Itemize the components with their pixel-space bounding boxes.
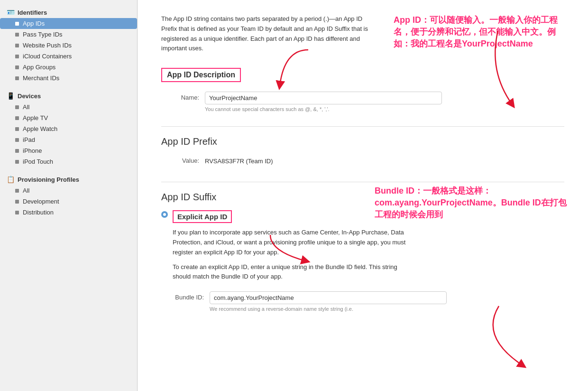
sidebar-item-merchant-ids[interactable]: Merchant IDs xyxy=(0,73,137,84)
main-content: The App ID string contains two parts sep… xyxy=(138,0,588,391)
explicit-radio-row: Explicit App ID xyxy=(161,210,564,223)
explicit-description-text: If you plan to incorporate app services … xyxy=(173,228,410,257)
bullet-icon xyxy=(15,149,19,153)
app-id-suffix-section: App ID Suffix Explicit App ID If you pla… xyxy=(161,182,564,312)
name-row: Name: You cannot use special characters … xyxy=(161,92,564,112)
bundle-input-group: We recommend using a reverse-domain name… xyxy=(210,291,447,312)
sidebar-item-label: iPhone xyxy=(23,147,42,154)
sidebar-item-label: iCloud Containers xyxy=(23,53,72,60)
name-hint: You cannot use special characters such a… xyxy=(205,106,442,112)
explicit-app-id-label: Explicit App ID xyxy=(173,210,232,223)
device-icon: 📱 xyxy=(7,92,15,100)
bullet-icon xyxy=(15,44,19,47)
prefix-value-row: Value: RVSA8S3F7R (Team ID) xyxy=(161,155,564,168)
bullet-icon xyxy=(15,138,19,142)
sidebar-item-label: Pass Type IDs xyxy=(23,31,63,38)
sidebar-item-label: App IDs xyxy=(23,20,45,27)
bullet-icon xyxy=(15,76,19,80)
bullet-icon xyxy=(15,200,19,204)
sidebar-item-app-ids[interactable]: App IDs xyxy=(0,18,137,29)
sidebar-item-ipod-touch[interactable]: iPod Touch xyxy=(0,156,137,167)
sidebar-item-label: Website Push IDs xyxy=(23,42,72,49)
name-input-group: You cannot use special characters such a… xyxy=(205,92,442,112)
sidebar-section-devices: 📱 Devices xyxy=(0,89,137,102)
app-id-description-section: App ID Description Name: You cannot use … xyxy=(161,68,564,112)
sidebar-item-label: Apple TV xyxy=(23,114,48,121)
bundle-id-hint: We recommend using a reverse-domain name… xyxy=(210,306,447,312)
bullet-icon xyxy=(15,116,19,120)
sidebar-item-iphone[interactable]: iPhone xyxy=(0,145,137,156)
arrow-annotation-to-bundle xyxy=(475,304,570,370)
app-id-prefix-section: App ID Prefix Value: RVSA8S3F7R (Team ID… xyxy=(161,126,564,168)
bullet-icon xyxy=(15,189,19,193)
sidebar-item-development[interactable]: Development xyxy=(0,196,137,207)
app-id-description-title: App ID Description xyxy=(161,68,241,82)
sidebar-section-label: Identifiers xyxy=(18,9,47,16)
bullet-icon xyxy=(15,127,19,131)
explicit-description2-text: To create an explicit App ID, enter a un… xyxy=(173,262,410,282)
sidebar-section-label: Provisioning Profiles xyxy=(18,176,79,183)
id-icon: 🪪 xyxy=(7,9,15,16)
sidebar-item-distribution[interactable]: Distribution xyxy=(0,207,137,218)
sidebar-item-label: All xyxy=(23,187,29,194)
suffix-title: App ID Suffix xyxy=(161,182,564,203)
profile-icon: 📋 xyxy=(7,176,15,183)
bundle-id-label: Bundle ID: xyxy=(161,291,204,301)
bundle-id-row: Bundle ID: We recommend using a reverse-… xyxy=(161,291,564,312)
bullet-icon xyxy=(15,105,19,109)
sidebar-section-identifiers: 🪪 Identifiers xyxy=(0,6,137,18)
bundle-id-section: Bundle ID: We recommend using a reverse-… xyxy=(161,291,564,312)
annotation-app-id-name: App ID：可以随便输入。一般输入你的工程名，便于分辨和记忆，但不能输入中文。… xyxy=(394,14,569,50)
sidebar-item-apple-tv[interactable]: Apple TV xyxy=(0,112,137,123)
bullet-icon xyxy=(15,160,19,164)
bundle-id-input[interactable] xyxy=(210,291,447,304)
prefix-title: App ID Prefix xyxy=(161,126,564,147)
sidebar: 🪪 Identifiers App IDs Pass Type IDs Webs… xyxy=(0,0,138,391)
sidebar-item-pass-type-ids[interactable]: Pass Type IDs xyxy=(0,29,137,40)
explicit-radio[interactable] xyxy=(161,211,168,218)
prefix-value-text: RVSA8S3F7R (Team ID) xyxy=(205,155,273,168)
sidebar-section-provisioning: 📋 Provisioning Profiles xyxy=(0,173,137,185)
bullet-icon xyxy=(15,65,19,69)
sidebar-item-label: App Groups xyxy=(23,64,55,71)
sidebar-item-label: Development xyxy=(23,198,59,205)
sidebar-section-label: Devices xyxy=(18,93,41,100)
name-input[interactable] xyxy=(205,92,442,104)
sidebar-item-icloud-containers[interactable]: iCloud Containers xyxy=(0,51,137,62)
sidebar-item-website-push-ids[interactable]: Website Push IDs xyxy=(0,40,137,51)
sidebar-item-ipad[interactable]: iPad xyxy=(0,134,137,145)
sidebar-item-label: Apple Watch xyxy=(23,125,57,132)
name-label: Name: xyxy=(161,92,199,101)
sidebar-item-all-profiles[interactable]: All xyxy=(0,185,137,196)
sidebar-item-label: iPad xyxy=(23,136,35,143)
bullet-icon xyxy=(15,55,19,58)
sidebar-item-app-groups[interactable]: App Groups xyxy=(0,62,137,73)
bullet-icon xyxy=(15,22,19,26)
sidebar-item-label: iPod Touch xyxy=(23,158,53,165)
sidebar-item-all-devices[interactable]: All xyxy=(0,102,137,112)
prefix-value-label: Value: xyxy=(161,155,199,164)
sidebar-item-label: Distribution xyxy=(23,209,54,216)
intro-paragraph: The App ID string contains two parts sep… xyxy=(161,14,379,54)
sidebar-item-label: All xyxy=(23,103,29,111)
sidebar-item-label: Merchant IDs xyxy=(23,74,59,82)
bullet-icon xyxy=(15,33,19,37)
bullet-icon xyxy=(15,211,19,214)
sidebar-item-apple-watch[interactable]: Apple Watch xyxy=(0,123,137,134)
